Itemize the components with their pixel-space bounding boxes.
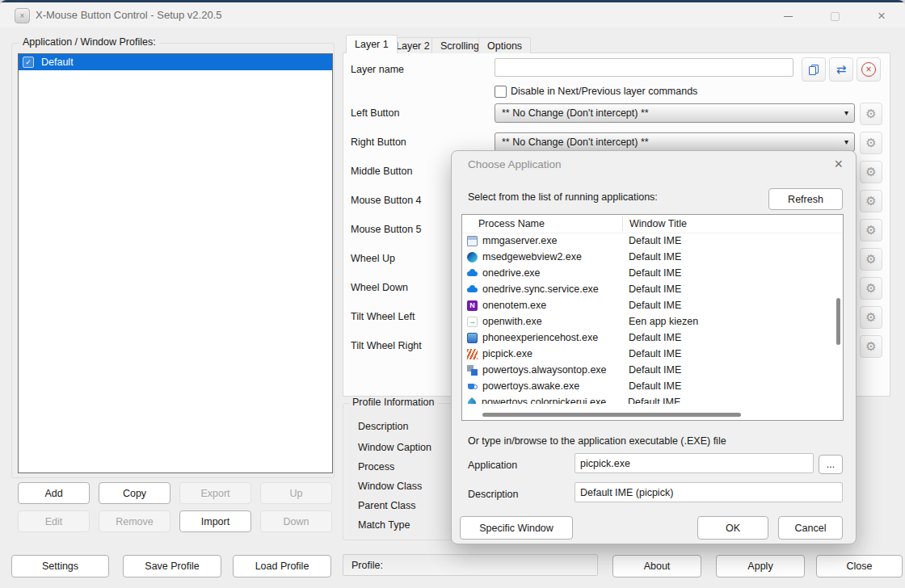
settings-button[interactable]: Settings bbox=[11, 555, 109, 578]
vertical-scrollbar[interactable] bbox=[836, 233, 841, 410]
process-name: picpick.exe bbox=[482, 348, 622, 359]
process-name: onedrive.sync.service.exe bbox=[482, 284, 622, 295]
profile-name: Default bbox=[41, 57, 74, 68]
dropdown-value: ** No Change (Don't intercept) ** bbox=[502, 107, 649, 119]
titlebar: X-Mouse Button Control - Setup v2.20.5 bbox=[0, 2, 905, 27]
chevron-down-icon bbox=[844, 137, 848, 146]
process-row[interactable]: powertoys.alwaysontop.exeDefault IME bbox=[462, 362, 834, 378]
load-profile-button[interactable]: Load Profile bbox=[233, 555, 331, 578]
action-label-wheel-up: Wheel Up bbox=[351, 253, 395, 264]
action-label-tilt-wheel-left: Tilt Wheel Left bbox=[351, 311, 415, 322]
scrollbar-thumb[interactable] bbox=[836, 298, 840, 345]
onedrive-icon bbox=[467, 284, 478, 295]
process-row[interactable]: mmgaserver.exeDefault IME bbox=[462, 233, 834, 249]
action-settings-button[interactable] bbox=[860, 248, 882, 271]
reset-layer-button[interactable] bbox=[857, 57, 881, 82]
cancel-button[interactable]: Cancel bbox=[778, 516, 843, 540]
gear-icon bbox=[865, 312, 876, 324]
action-label-tilt-wheel-right: Tilt Wheel Right bbox=[351, 340, 422, 351]
chevron-down-icon bbox=[844, 108, 848, 117]
process-row[interactable]: onedrive.sync.service.exeDefault IME bbox=[462, 281, 834, 297]
swap-layer-button[interactable] bbox=[829, 57, 853, 82]
process-name: powertoys.awake.exe bbox=[482, 380, 622, 392]
action-dropdown-right-button[interactable]: ** No Change (Don't intercept) ** bbox=[495, 132, 855, 152]
action-settings-button[interactable] bbox=[860, 335, 882, 358]
layer-name-label: Layer name bbox=[351, 64, 404, 75]
layer-name-input[interactable] bbox=[495, 58, 793, 77]
application-input[interactable] bbox=[575, 453, 814, 473]
process-name: powertoys.alwaysontop.exe bbox=[482, 364, 622, 376]
add-button[interactable]: Add bbox=[18, 482, 90, 504]
process-row[interactable]: msedgewebview2.exeDefault IME bbox=[462, 249, 834, 265]
gear-icon bbox=[865, 166, 876, 178]
minimize-button[interactable] bbox=[769, 6, 806, 27]
import-button[interactable]: Import bbox=[179, 510, 251, 532]
action-dropdown-left-button[interactable]: ** No Change (Don't intercept) ** bbox=[495, 103, 855, 123]
action-settings-button[interactable] bbox=[860, 161, 882, 183]
action-settings-button[interactable] bbox=[860, 306, 882, 329]
action-settings-button[interactable] bbox=[860, 219, 882, 242]
gear-icon bbox=[865, 341, 876, 353]
process-row[interactable]: powertoys.colorpickerui.exeDefault IME bbox=[462, 394, 834, 404]
action-settings-button[interactable] bbox=[860, 103, 882, 125]
copy-layer-button[interactable] bbox=[802, 57, 826, 82]
gear-icon bbox=[865, 225, 876, 237]
save-profile-button[interactable]: Save Profile bbox=[123, 555, 221, 578]
profiles-list[interactable]: Default bbox=[18, 53, 333, 473]
field-label-process: Process bbox=[358, 461, 394, 472]
export-button: Export bbox=[179, 482, 251, 504]
field-label-description: Description bbox=[358, 421, 409, 432]
close-button[interactable]: Close bbox=[816, 555, 903, 578]
color-picker-icon bbox=[466, 397, 478, 404]
tab-options[interactable]: Options bbox=[478, 37, 531, 53]
action-settings-button[interactable] bbox=[860, 190, 882, 212]
awake-icon bbox=[467, 381, 478, 392]
about-button[interactable]: About bbox=[612, 555, 701, 578]
column-header-window-title[interactable]: Window Title bbox=[622, 216, 687, 231]
scrollbar-thumb[interactable] bbox=[482, 413, 741, 417]
column-header-process-name[interactable]: Process Name bbox=[462, 218, 622, 229]
window-title-cell: Default IME bbox=[622, 348, 681, 359]
process-row[interactable]: onenotem.exeDefault IME bbox=[462, 297, 834, 313]
close-window-button[interactable] bbox=[863, 6, 900, 27]
process-name: powertoys.colorpickerui.exe bbox=[482, 397, 621, 404]
gear-icon bbox=[865, 283, 876, 295]
app-window: X-Mouse Button Control - Setup v2.20.5 A… bbox=[0, 0, 905, 588]
disable-layer-checkbox[interactable] bbox=[495, 86, 507, 98]
process-row[interactable]: phoneexperiencehost.exeDefault IME bbox=[462, 330, 834, 346]
action-label-middle-button: Middle Button bbox=[351, 166, 412, 177]
window-title-cell: Default IME bbox=[621, 397, 680, 404]
process-list[interactable]: Process Name Window Title mmgaserver.exe… bbox=[461, 214, 844, 421]
action-settings-button[interactable] bbox=[860, 132, 882, 154]
copy-button[interactable]: Copy bbox=[99, 482, 170, 504]
copy-icon bbox=[809, 65, 819, 75]
onedrive-icon bbox=[467, 268, 478, 279]
process-name: mmgaserver.exe bbox=[482, 235, 622, 246]
always-on-top-icon bbox=[467, 365, 478, 376]
process-row[interactable]: powertoys.awake.exeDefault IME bbox=[462, 378, 834, 394]
specific-window-button[interactable]: Specific Window bbox=[460, 516, 573, 540]
apply-button[interactable]: Apply bbox=[716, 555, 805, 578]
process-row[interactable]: openwith.exeEen app kiezen bbox=[462, 313, 834, 330]
tab-layer-1[interactable]: Layer 1 bbox=[346, 35, 398, 53]
process-row[interactable]: onedrive.exeDefault IME bbox=[462, 265, 834, 281]
gear-icon bbox=[865, 108, 876, 120]
window-title-cell: Default IME bbox=[622, 284, 681, 295]
maximize-button[interactable] bbox=[816, 6, 853, 27]
refresh-button[interactable]: Refresh bbox=[768, 188, 843, 210]
process-name: openwith.exe bbox=[482, 316, 622, 327]
profile-checkbox-checked[interactable] bbox=[23, 57, 34, 68]
edge-webview-icon bbox=[467, 252, 478, 262]
action-settings-button[interactable] bbox=[860, 277, 882, 300]
window-title: X-Mouse Button Control - Setup v2.20.5 bbox=[36, 9, 222, 21]
process-row[interactable]: picpick.exeDefault IME bbox=[462, 346, 834, 362]
description-input[interactable] bbox=[575, 482, 843, 502]
process-name: msedgewebview2.exe bbox=[482, 251, 622, 262]
field-label-parent-class: Parent Class bbox=[358, 500, 416, 511]
browse-button[interactable]: ... bbox=[819, 455, 843, 474]
profile-list-item[interactable]: Default bbox=[19, 54, 332, 70]
dialog-close-icon[interactable] bbox=[834, 156, 843, 173]
horizontal-scrollbar[interactable] bbox=[464, 411, 833, 418]
ok-button[interactable]: OK bbox=[697, 516, 768, 540]
process-list-header[interactable]: Process Name Window Title bbox=[462, 215, 843, 233]
